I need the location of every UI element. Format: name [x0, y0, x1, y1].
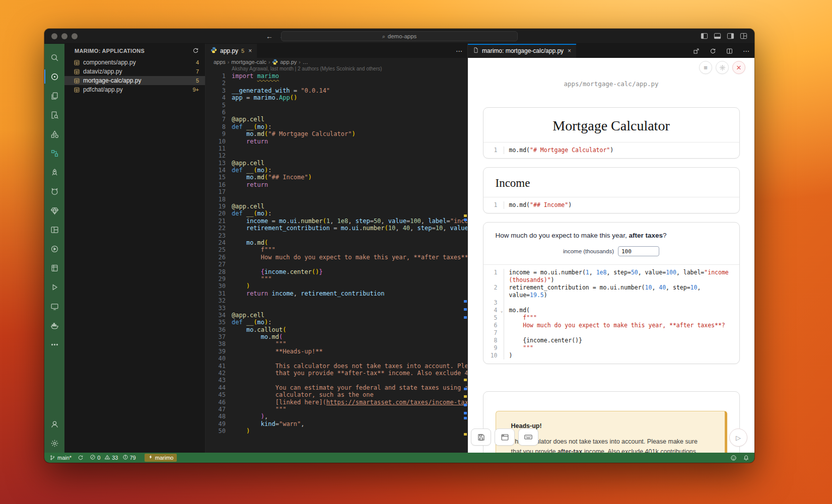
code-line[interactable]: 19@app.cell: [205, 203, 467, 210]
code-line[interactable]: 31 return income, retirement_contributio…: [205, 290, 467, 297]
code-line[interactable]: 46 [linked here](https://smartasset.com/…: [205, 399, 467, 406]
code-line[interactable]: 24 mo.md(: [205, 239, 467, 246]
code-line[interactable]: 20def __(mo):: [205, 210, 467, 217]
code-line[interactable]: 32: [205, 297, 467, 304]
command-center-search[interactable]: ⌕ demo-apps: [281, 31, 518, 41]
code-line[interactable]: 45 calculator, such as the one: [205, 391, 467, 398]
split-editor-icon[interactable]: [721, 44, 738, 58]
code-line[interactable]: 42 that you provide **after-tax** income…: [205, 370, 467, 377]
code-line[interactable]: 40: [205, 355, 467, 362]
code-line[interactable]: 39 **Heads-up!**: [205, 348, 467, 355]
code-line[interactable]: 30 ): [205, 282, 467, 290]
search-icon[interactable]: [44, 48, 64, 67]
close-window-icon[interactable]: [51, 33, 57, 39]
code-line[interactable]: 12: [205, 152, 467, 159]
minimize-window-icon[interactable]: [61, 33, 67, 39]
docker-icon[interactable]: [44, 316, 64, 335]
sidebar-item-dataviz[interactable]: dataviz/app.py7: [64, 67, 205, 76]
breadcrumb-item[interactable]: apps: [214, 59, 226, 65]
tab-app-py[interactable]: app.py 5 ×: [205, 44, 257, 58]
code-line[interactable]: 48 ),: [205, 413, 467, 420]
layout-icon[interactable]: [44, 220, 64, 239]
code-line[interactable]: 22 retirement_contribution = mo.ui.numbe…: [205, 225, 467, 232]
code-line[interactable]: 38 """: [205, 340, 467, 347]
breadcrumb-item[interactable]: …: [303, 59, 308, 65]
code-line[interactable]: 3__generated_with = "0.0.14": [205, 87, 467, 94]
back-arrow-icon[interactable]: ←: [265, 32, 274, 41]
code-line[interactable]: 26 How much do you expect to make this y…: [205, 254, 467, 261]
problems-item[interactable]: 0 33 79: [90, 454, 138, 461]
marimo-icon[interactable]: [44, 67, 64, 86]
code-line[interactable]: 28 {income.center()}: [205, 268, 467, 275]
income-input[interactable]: [618, 246, 659, 256]
code-line[interactable]: 1import marimo: [205, 73, 467, 80]
breadcrumb-item[interactable]: app.py: [280, 59, 297, 65]
code-line[interactable]: 44 You can estimate your federal and sta…: [205, 384, 467, 391]
account-icon[interactable]: [44, 414, 64, 434]
reload-preview-icon[interactable]: [705, 44, 721, 58]
code-line[interactable]: 50 ): [205, 427, 467, 435]
git-branch-item[interactable]: main*: [49, 455, 72, 461]
menu-icon[interactable]: ≡: [699, 61, 712, 74]
refresh-icon[interactable]: [192, 47, 199, 55]
code-line[interactable]: 17: [205, 188, 467, 195]
devices-icon[interactable]: [44, 297, 64, 316]
code-line[interactable]: 11: [205, 145, 467, 152]
marimo-status-item[interactable]: marimo: [145, 454, 177, 462]
code-line[interactable]: 2: [205, 80, 467, 87]
code-line[interactable]: 29 """: [205, 275, 467, 282]
open-browser-button[interactable]: [495, 428, 515, 446]
code-line[interactable]: 16 return: [205, 181, 467, 188]
code-line[interactable]: 14def __(mo):: [205, 167, 467, 174]
sync-changes-item[interactable]: [78, 455, 84, 461]
toggle-panel-icon[interactable]: [714, 32, 721, 40]
editor-layout-icon[interactable]: [740, 32, 747, 40]
settings-icon[interactable]: [716, 61, 729, 74]
code-line[interactable]: 10 return: [205, 138, 467, 145]
gem-icon[interactable]: [44, 201, 64, 220]
more-icon[interactable]: [44, 335, 64, 354]
sidebar-item-pdfchat[interactable]: pdfchat/app.py9+: [64, 85, 205, 94]
toggle-primary-sidebar-icon[interactable]: [701, 32, 708, 40]
more-actions-icon[interactable]: ⋯: [738, 44, 754, 58]
search-document-icon[interactable]: [44, 105, 64, 124]
code-line[interactable]: 9 mo.md("# Mortgage Calculator"): [205, 130, 467, 137]
code-line[interactable]: 5: [205, 102, 467, 109]
code-line[interactable]: 18: [205, 196, 467, 203]
code-line[interactable]: 49 kind="warn",: [205, 420, 467, 427]
code-line[interactable]: 23: [205, 232, 467, 239]
breadcrumb[interactable]: apps›mortgage-calc›app.py›…: [205, 58, 467, 66]
code-line[interactable]: 33: [205, 305, 467, 312]
tab-marimo-preview[interactable]: marimo: mortgage-calc/app.py ×: [468, 44, 576, 58]
open-external-icon[interactable]: [688, 44, 705, 58]
play-circle-icon[interactable]: [44, 239, 64, 258]
close-tab-icon[interactable]: ×: [248, 47, 252, 54]
run-icon[interactable]: [44, 277, 64, 297]
notifications-bell-icon[interactable]: [743, 455, 749, 461]
shutdown-icon[interactable]: ✕: [732, 61, 745, 74]
code-editor[interactable]: 1import marimo23__generated_with = "0.0.…: [205, 73, 467, 453]
code-line[interactable]: 15 mo.md("## Income"): [205, 174, 467, 181]
close-preview-tab-icon[interactable]: ×: [568, 47, 571, 54]
feedback-smiley-icon[interactable]: [730, 455, 737, 461]
code-line[interactable]: 21 income = mo.ui.number(1, 1e8, step=50…: [205, 218, 467, 225]
cell-code[interactable]: 1income = mo.ui.number(1, 1e8, step=50, …: [483, 265, 739, 364]
code-line[interactable]: 4app = marimo.App(): [205, 94, 467, 101]
notebook-icon[interactable]: [44, 258, 64, 277]
code-line[interactable]: 7@app.cell: [205, 116, 467, 123]
code-line[interactable]: 43: [205, 377, 467, 384]
run-app-button[interactable]: ▷: [729, 428, 747, 447]
github-icon[interactable]: [44, 182, 64, 201]
code-line[interactable]: 35def __(mo):: [205, 319, 467, 326]
zoom-window-icon[interactable]: [72, 33, 78, 39]
code-line[interactable]: 8def __(mo):: [205, 123, 467, 130]
code-line[interactable]: 27: [205, 261, 467, 268]
code-line[interactable]: 36 mo.callout(: [205, 326, 467, 333]
shapes-icon[interactable]: [44, 124, 64, 143]
breadcrumb-item[interactable]: mortgage-calc: [231, 59, 266, 65]
sidebar-item-mortgage-calc[interactable]: mortgage-calc/app.py5: [64, 76, 205, 85]
code-line[interactable]: 37 mo.md(: [205, 333, 467, 340]
cell-code[interactable]: 1mo.md("# Mortgage Calculator"): [483, 142, 739, 158]
save-button[interactable]: [471, 428, 491, 446]
code-line[interactable]: 6: [205, 109, 467, 116]
